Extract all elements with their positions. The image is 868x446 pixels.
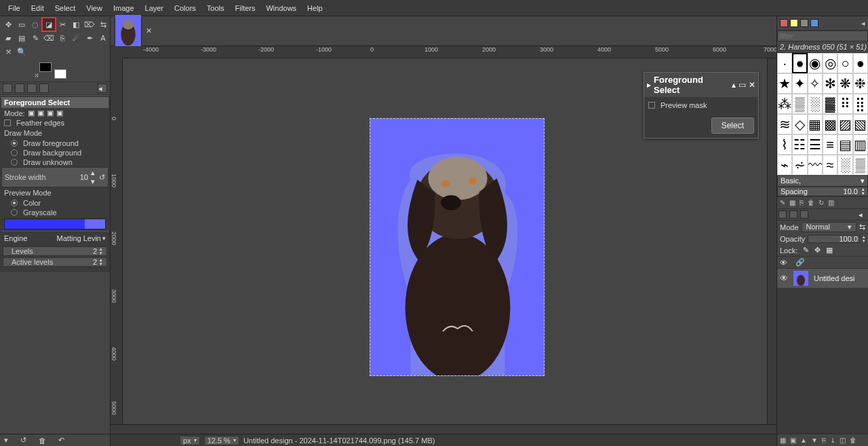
brush-cell[interactable]: ▩ bbox=[823, 114, 837, 134]
raise-layer-icon[interactable]: ▲ bbox=[800, 436, 807, 444]
tab-brushes-icon[interactable] bbox=[780, 19, 788, 27]
save-options-icon[interactable]: ▾ bbox=[4, 436, 8, 445]
lock-position-icon[interactable]: ✥ bbox=[814, 246, 821, 255]
brush-cell[interactable]: ⌁ bbox=[777, 155, 792, 175]
brush-cell[interactable]: ≡ bbox=[823, 134, 837, 155]
brush-cell[interactable]: ● bbox=[853, 53, 868, 73]
foreground-color-swatch[interactable] bbox=[39, 62, 52, 72]
clone-tool-icon[interactable]: ⎘ bbox=[56, 31, 69, 45]
levels-value[interactable]: 2 bbox=[93, 247, 97, 255]
right-tab-menu-icon[interactable]: ◂ bbox=[861, 19, 865, 27]
del-layer-icon[interactable]: 🗑 bbox=[850, 436, 856, 444]
zoom-tool-icon[interactable]: 🔍 bbox=[15, 45, 28, 58]
menu-tools[interactable]: Tools bbox=[201, 2, 230, 14]
brush-grid[interactable]: · ● ◉ ◎ ○ ● ★ ✦ ✧ ✻ ❋ ❉ ⁂ ▒ ░ ▓ ⠿ ⣿ ≋ ◇ … bbox=[777, 53, 868, 175]
draw-background-radio[interactable] bbox=[11, 149, 18, 156]
brush-cell[interactable]: ⁂ bbox=[777, 94, 792, 114]
mode-intersect-icon[interactable]: ▣ bbox=[56, 109, 63, 117]
del-brush-icon[interactable]: 🗑 bbox=[808, 199, 814, 206]
menu-file[interactable]: File bbox=[3, 2, 26, 14]
brush-cell[interactable]: ⩫ bbox=[792, 155, 807, 175]
zoom-dropdown[interactable]: 12.5 % bbox=[204, 436, 239, 445]
menu-windows[interactable]: Windows bbox=[260, 2, 302, 14]
rect-select-tool-icon[interactable]: ▭ bbox=[15, 18, 28, 31]
bucket-fill-tool-icon[interactable]: ▰ bbox=[1, 31, 15, 45]
paint-dynamics-dropdown[interactable]: Basic, bbox=[777, 175, 868, 187]
open-brush-icon[interactable]: ▥ bbox=[828, 199, 834, 206]
move-tool-icon[interactable]: ✥ bbox=[1, 18, 15, 31]
mode-add-icon[interactable]: ▣ bbox=[37, 109, 44, 117]
brush-cell[interactable]: ▧ bbox=[853, 114, 868, 134]
brush-cell[interactable]: ⌇ bbox=[777, 134, 792, 155]
dialog-detach-icon[interactable]: ▭ bbox=[738, 80, 746, 90]
brush-cell[interactable]: ☰ bbox=[808, 134, 823, 155]
lower-layer-icon[interactable]: ▼ bbox=[811, 436, 818, 444]
tab-patterns-icon[interactable] bbox=[790, 19, 798, 27]
spacing-spinner[interactable]: ▴▾ bbox=[862, 187, 865, 196]
brush-cell[interactable]: ◉ bbox=[808, 53, 823, 73]
brush-cell[interactable]: ✻ bbox=[823, 73, 837, 94]
mode-switch-icon[interactable]: ⇆ bbox=[859, 223, 865, 231]
brush-cell[interactable]: ✦ bbox=[792, 73, 807, 94]
opacity-slider[interactable]: 100.0 bbox=[808, 235, 860, 243]
smudge-tool-icon[interactable]: ☄ bbox=[69, 31, 83, 45]
brush-cell[interactable]: ◎ bbox=[823, 53, 837, 73]
foreground-select-dialog[interactable]: ▸ Foreground Select ▴ ▭ ✕ Preview mask bbox=[644, 72, 759, 138]
menu-colors[interactable]: Colors bbox=[169, 2, 201, 14]
new-group-icon[interactable]: ▣ bbox=[790, 436, 796, 444]
dialog-min-icon[interactable]: ▴ bbox=[732, 80, 736, 90]
gradient-tool-icon[interactable]: ▤ bbox=[15, 31, 28, 45]
layer-mode-dropdown[interactable]: Normal bbox=[802, 222, 856, 232]
foreground-select-tool-icon[interactable]: ◪ bbox=[42, 18, 56, 31]
menu-edit[interactable]: Edit bbox=[26, 2, 50, 14]
new-brush-icon[interactable]: ▦ bbox=[789, 199, 795, 206]
mode-subtract-icon[interactable]: ▣ bbox=[47, 109, 54, 117]
dialog-pin-icon[interactable]: ▸ bbox=[647, 80, 651, 90]
preview-mask-checkbox[interactable] bbox=[648, 102, 655, 109]
lock-alpha-icon[interactable]: ▦ bbox=[826, 246, 833, 255]
tab-tool-options-icon[interactable] bbox=[3, 83, 12, 93]
brush-cell[interactable]: ░ bbox=[808, 94, 823, 114]
preview-color-radio[interactable] bbox=[11, 200, 18, 206]
brush-cell[interactable]: ░ bbox=[837, 155, 852, 175]
mode-replace-icon[interactable]: ▣ bbox=[28, 109, 35, 117]
layer-visibility-icon[interactable]: 👁 bbox=[780, 274, 788, 283]
tab-paths-icon[interactable] bbox=[800, 210, 808, 219]
color-picker-tool-icon[interactable]: ⤧ bbox=[1, 45, 15, 58]
draw-foreground-radio[interactable] bbox=[11, 140, 18, 147]
brush-cell[interactable]: 〰 bbox=[808, 155, 823, 175]
canvas-image[interactable] bbox=[370, 118, 545, 376]
tab-menu-icon[interactable]: ◂ bbox=[98, 83, 107, 93]
menu-select[interactable]: Select bbox=[50, 2, 81, 14]
image-tab[interactable] bbox=[115, 18, 142, 45]
brush-cell[interactable]: ≋ bbox=[777, 114, 792, 134]
lock-pixels-icon[interactable]: ✎ bbox=[803, 246, 809, 255]
reset-options-icon[interactable]: ↶ bbox=[58, 436, 64, 445]
spacing-value[interactable]: 10.0 bbox=[844, 187, 858, 196]
mask-layer-icon[interactable]: ◫ bbox=[840, 436, 846, 444]
brush-cell[interactable]: ☷ bbox=[792, 134, 807, 155]
layer-tab-menu-icon[interactable]: ◂ bbox=[859, 210, 867, 219]
new-layer-icon[interactable]: ▦ bbox=[780, 436, 786, 444]
tab-fonts-icon[interactable] bbox=[800, 19, 808, 27]
brush-cell[interactable]: ▒ bbox=[853, 155, 868, 175]
levels-spinner[interactable]: ▴▾ bbox=[100, 247, 102, 255]
menu-image[interactable]: Image bbox=[108, 2, 140, 14]
brush-cell[interactable]: ≈ bbox=[823, 155, 837, 175]
pencil-tool-icon[interactable]: ✎ bbox=[28, 31, 42, 45]
brush-cell[interactable]: ▓ bbox=[823, 94, 837, 114]
close-tab-icon[interactable]: ✕ bbox=[143, 26, 154, 37]
warp-tool-icon[interactable]: ⌦ bbox=[83, 18, 96, 31]
opacity-spinner[interactable]: ▴▾ bbox=[863, 235, 865, 243]
fg-bg-color-swatch[interactable]: ⤭ bbox=[39, 62, 66, 79]
layer-name[interactable]: Untitled desi bbox=[814, 274, 855, 282]
draw-unknown-radio[interactable] bbox=[11, 159, 18, 166]
eye-header-icon[interactable]: 👁 bbox=[780, 259, 787, 267]
active-levels-spinner[interactable]: ▴▾ bbox=[100, 258, 102, 266]
menu-layer[interactable]: Layer bbox=[140, 2, 170, 14]
brush-cell[interactable]: ▦ bbox=[808, 114, 823, 134]
text-tool-icon[interactable]: A bbox=[96, 31, 110, 45]
preview-grayscale-radio[interactable] bbox=[11, 209, 18, 216]
merge-down-icon[interactable]: ⤓ bbox=[830, 436, 835, 444]
brush-cell[interactable]: ▨ bbox=[837, 114, 852, 134]
